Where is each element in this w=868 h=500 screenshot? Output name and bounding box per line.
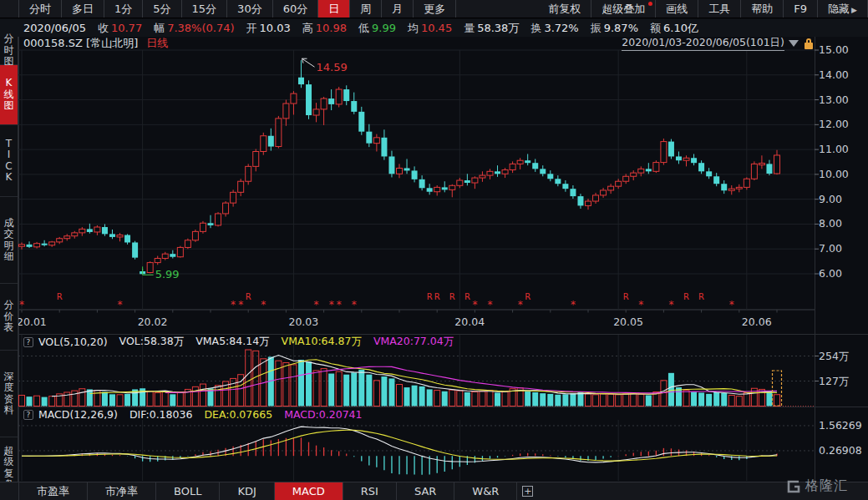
menu-item-hide[interactable]: 隐藏▶ xyxy=(818,0,868,18)
sidebar-item-tick[interactable]: TICK xyxy=(0,125,18,197)
svg-text:254万: 254万 xyxy=(819,350,849,362)
svg-text:20.04: 20.04 xyxy=(454,316,485,328)
indicator-tab-wr[interactable]: W&R xyxy=(454,482,517,500)
svg-text:*: * xyxy=(472,299,477,311)
svg-text:R: R xyxy=(57,292,63,301)
period-tab-15min[interactable]: 15分 xyxy=(182,0,228,18)
svg-text:R: R xyxy=(464,292,470,301)
quote-field-开: 开10.03 xyxy=(246,21,291,36)
menu-item-f9[interactable]: F9 xyxy=(784,0,818,18)
vma20-value: VMA20:77.04万 xyxy=(373,335,454,349)
indicator-tab-pe[interactable]: 市盈率 xyxy=(18,482,88,500)
period-tab-month[interactable]: 月 xyxy=(382,0,414,18)
svg-text:20.05: 20.05 xyxy=(613,316,643,328)
svg-text:12.00: 12.00 xyxy=(819,118,849,130)
svg-text:8.00: 8.00 xyxy=(819,217,842,230)
period-tab-fenshi[interactable]: 分时 xyxy=(18,0,62,18)
svg-text:*: * xyxy=(118,299,123,311)
indicator-tab-kdj[interactable]: KDJ xyxy=(220,482,274,500)
volume-pane-header: ? VOL(5,10,20) VOL:58.38万 VMA5:84.14万 VM… xyxy=(18,336,465,348)
svg-text:*: * xyxy=(329,299,334,311)
indicator-tab-boll[interactable]: BOLL xyxy=(156,482,220,500)
svg-text:*: * xyxy=(337,299,342,311)
svg-text:20.03: 20.03 xyxy=(288,316,318,328)
svg-text:*: * xyxy=(518,299,523,311)
period-tab-day[interactable]: 日 xyxy=(318,0,350,18)
svg-text:R: R xyxy=(698,292,704,301)
period-tab-1min[interactable]: 1分 xyxy=(104,0,143,18)
svg-text:R: R xyxy=(246,292,251,301)
svg-text:10.00: 10.00 xyxy=(819,168,849,180)
quote-field-收: 收10.77 xyxy=(98,21,142,36)
menu-actions: 前复权超级叠加画线工具帮助F9隐藏▶ xyxy=(538,0,868,18)
stock-name: [常山北明] xyxy=(86,37,138,49)
period-tab-60min[interactable]: 60分 xyxy=(273,0,319,18)
chart-title-row: 000158.SZ [常山北明] 日线 2020/01/03-2020/06/0… xyxy=(18,37,868,50)
vol-value: VOL:58.38万 xyxy=(119,335,185,349)
sidebar-item-chengjiao[interactable]: 成交明细 xyxy=(0,197,18,284)
kline-chart[interactable]: 15.0014.0013.0012.0011.0010.009.008.007.… xyxy=(0,0,868,500)
quote-field-均: 均10.45 xyxy=(408,21,452,36)
quote-field-换: 换3.72% xyxy=(530,21,578,36)
indicator-tab-bar: 市盈率市净率BOLLKDJMACDRSISARW&R+ xyxy=(0,482,868,500)
svg-text:*: * xyxy=(231,299,236,311)
indicator-tab-macd[interactable]: MACD xyxy=(275,482,343,500)
indicator-tab-sar[interactable]: SAR xyxy=(397,482,454,500)
svg-text:*: * xyxy=(238,299,243,311)
svg-text:*: * xyxy=(487,299,492,311)
svg-text:R: R xyxy=(683,292,689,301)
svg-text:*: * xyxy=(729,299,734,311)
period-tab-5min[interactable]: 5分 xyxy=(143,0,181,18)
indicator-tab-pb[interactable]: 市净率 xyxy=(88,482,156,500)
indicator-tab-rsi[interactable]: RSI xyxy=(343,482,397,500)
unlock-icon[interactable] xyxy=(804,38,813,49)
sidebar-item-kxiantu[interactable]: K线图 xyxy=(0,65,18,125)
svg-text:14.59: 14.59 xyxy=(316,61,347,73)
menu-item-draw[interactable]: 画线 xyxy=(656,0,698,18)
svg-text:7.00: 7.00 xyxy=(819,242,842,255)
svg-text:20.06: 20.06 xyxy=(742,316,772,328)
period-tab-week[interactable]: 周 xyxy=(350,0,382,18)
macd-indicator-name[interactable]: MACD(12,26,9) xyxy=(38,408,118,421)
period-tab-30min[interactable]: 30分 xyxy=(227,0,273,18)
logo-text: 格隆汇 xyxy=(805,477,848,495)
period-tabs: 分时多日1分5分15分30分60分日周月更多 xyxy=(18,0,456,18)
vma10-value: VMA10:64.87万 xyxy=(282,335,362,349)
volume-bars-layer xyxy=(19,350,780,407)
svg-text:R: R xyxy=(434,292,440,301)
quote-field-额: 额6.10亿 xyxy=(650,21,698,36)
menu-item-help[interactable]: 帮助 xyxy=(741,0,784,18)
indicator-tab-add[interactable]: + xyxy=(517,482,538,500)
sidebar-item-fenjia[interactable]: 分价表 xyxy=(0,284,18,351)
svg-text:*: * xyxy=(668,299,673,311)
svg-text:20.01: 20.01 xyxy=(17,316,47,328)
menu-item-overlay[interactable]: 超级叠加 xyxy=(591,0,656,18)
svg-text:*: * xyxy=(19,299,24,311)
svg-text:R: R xyxy=(525,292,530,301)
svg-text:R: R xyxy=(623,292,629,301)
menu-item-qfq[interactable]: 前复权 xyxy=(538,0,591,18)
vma5-value: VMA5:84.14万 xyxy=(195,335,269,349)
sidebar: 分时图K线图TICK成交明细分价表深度资料超级复盘 xyxy=(0,37,18,500)
menu-item-tools[interactable]: 工具 xyxy=(698,0,741,18)
quote-info-bar: 2020/06/05 收10.77幅7.38%(0.74)开10.03高10.9… xyxy=(0,19,868,37)
gelonghui-logo: 格隆汇 xyxy=(786,477,848,495)
symbol-name: 000158.SZ [常山北明] xyxy=(23,36,138,51)
menu-bar: 分时多日1分5分15分30分60分日周月更多 前复权超级叠加画线工具帮助F9隐藏… xyxy=(0,0,868,18)
period-tab-duori[interactable]: 多日 xyxy=(62,0,104,18)
quote-field-振: 振9.87% xyxy=(591,21,638,36)
help-icon[interactable]: ? xyxy=(23,337,33,347)
sidebar-item-fenshitu[interactable]: 分时图 xyxy=(0,37,18,65)
date-range[interactable]: 2020/01/03-2020/06/05(101日) xyxy=(622,36,784,51)
svg-text:127万: 127万 xyxy=(819,375,849,387)
help-icon[interactable]: ? xyxy=(23,410,33,420)
sidebar-item-shendu[interactable]: 深度资料 xyxy=(0,351,18,437)
notification-dot xyxy=(648,2,652,6)
svg-text:*: * xyxy=(638,299,643,311)
date-range-control: 2020/01/03-2020/06/05(101日) xyxy=(622,36,813,51)
svg-text:R: R xyxy=(427,292,433,301)
chevron-down-icon[interactable] xyxy=(789,40,799,47)
period-tab-more[interactable]: 更多 xyxy=(414,0,456,18)
vol-indicator-name[interactable]: VOL(5,10,20) xyxy=(38,336,108,348)
dea-value: DEA:0.07665 xyxy=(204,408,272,421)
